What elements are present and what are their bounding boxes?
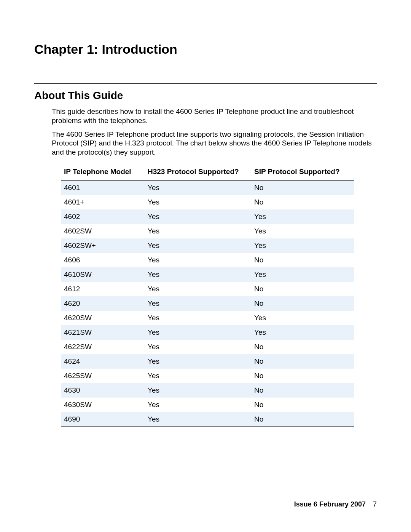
section-title: About This Guide [34,89,377,102]
cell-model: 4625SW [61,369,145,383]
footer-issue: Issue 6 February 2007 [294,500,366,508]
cell-model: 4690 [61,412,145,427]
cell-sip: No [251,354,354,369]
cell-h323: Yes [145,296,251,311]
cell-sip: Yes [251,267,354,282]
cell-h323: Yes [145,325,251,340]
table-row: 4622SWYesNo [61,340,354,354]
table-row: 4601YesNo [61,180,354,195]
cell-sip: No [251,253,354,267]
cell-sip: No [251,296,354,311]
cell-sip: No [251,195,354,209]
table-row: 4610SWYesYes [61,267,354,282]
table-row: 4690YesNo [61,412,354,427]
cell-model: 4601+ [61,195,145,209]
cell-model: 4630 [61,383,145,398]
cell-model: 4610SW [61,267,145,282]
cell-sip: Yes [251,311,354,325]
cell-model: 4602SW [61,224,145,238]
cell-sip: Yes [251,238,354,253]
cell-h323: Yes [145,253,251,267]
table-row: 4624YesNo [61,354,354,369]
table-row: 4620SWYesYes [61,311,354,325]
cell-model: 4620SW [61,311,145,325]
cell-h323: Yes [145,282,251,296]
cell-h323: Yes [145,340,251,354]
cell-sip: No [251,383,354,398]
table-row: 4602SW+YesYes [61,238,354,253]
table-row: 4630YesNo [61,383,354,398]
cell-model: 4624 [61,354,145,369]
cell-model: 4622SW [61,340,145,354]
cell-h323: Yes [145,180,251,195]
cell-model: 4612 [61,282,145,296]
page-footer: Issue 6 February 2007 7 [294,500,377,508]
cell-h323: Yes [145,238,251,253]
cell-h323: Yes [145,195,251,209]
intro-paragraph-1: This guide describes how to install the … [52,107,377,125]
intro-paragraph-2: The 4600 Series IP Telephone product lin… [52,130,377,157]
footer-page-number: 7 [373,500,377,508]
cell-sip: Yes [251,224,354,238]
page: Chapter 1: Introduction About This Guide… [0,0,411,532]
table-row: 4625SWYesNo [61,369,354,383]
cell-model: 4620 [61,296,145,311]
cell-model: 4621SW [61,325,145,340]
protocol-support-table: IP Telephone Model H323 Protocol Support… [61,164,354,427]
cell-h323: Yes [145,267,251,282]
cell-h323: Yes [145,398,251,412]
cell-sip: Yes [251,209,354,224]
table-header-row: IP Telephone Model H323 Protocol Support… [61,164,354,180]
cell-h323: Yes [145,412,251,427]
cell-sip: No [251,398,354,412]
cell-h323: Yes [145,209,251,224]
cell-h323: Yes [145,369,251,383]
cell-sip: No [251,412,354,427]
cell-sip: No [251,282,354,296]
cell-model: 4602SW+ [61,238,145,253]
table-row: 4621SWYesYes [61,325,354,340]
cell-sip: Yes [251,325,354,340]
section-divider [34,83,377,84]
cell-h323: Yes [145,224,251,238]
table-row: 4630SWYesNo [61,398,354,412]
cell-h323: Yes [145,383,251,398]
header-model: IP Telephone Model [61,164,145,180]
table-row: 4602YesYes [61,209,354,224]
chapter-title: Chapter 1: Introduction [34,42,377,57]
cell-model: 4602 [61,209,145,224]
header-sip: SIP Protocol Supported? [251,164,354,180]
table-row: 4612YesNo [61,282,354,296]
header-h323: H323 Protocol Supported? [145,164,251,180]
cell-h323: Yes [145,354,251,369]
cell-model: 4630SW [61,398,145,412]
cell-h323: Yes [145,311,251,325]
cell-sip: No [251,369,354,383]
table-row: 4601+YesNo [61,195,354,209]
table-row: 4602SWYesYes [61,224,354,238]
cell-model: 4606 [61,253,145,267]
table-row: 4620YesNo [61,296,354,311]
table-row: 4606YesNo [61,253,354,267]
cell-model: 4601 [61,180,145,195]
cell-sip: No [251,180,354,195]
cell-sip: No [251,340,354,354]
